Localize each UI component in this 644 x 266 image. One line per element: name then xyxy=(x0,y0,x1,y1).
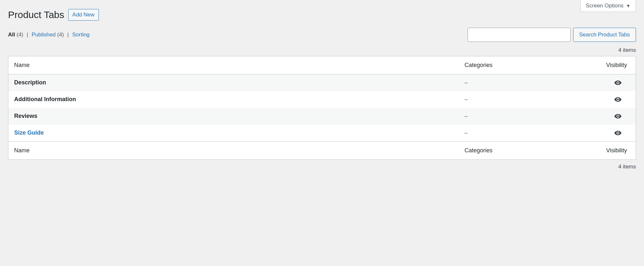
items-count-top: 4 items xyxy=(618,47,636,53)
eye-icon xyxy=(614,79,622,87)
col-header-categories[interactable]: Categories xyxy=(459,56,601,74)
row-title[interactable]: Description xyxy=(14,79,46,86)
row-title[interactable]: Additional Information xyxy=(14,96,76,102)
tablenav-top: 4 items xyxy=(8,47,636,53)
row-categories: – xyxy=(465,113,468,119)
row-visibility[interactable] xyxy=(601,125,636,142)
col-footer-categories: Categories xyxy=(459,141,601,159)
table-row: Description– xyxy=(8,74,636,91)
row-title[interactable]: Size Guide xyxy=(14,129,44,136)
screen-options-toggle[interactable]: Screen Options ▼ xyxy=(580,0,636,12)
tablenav-bottom: 4 items xyxy=(8,164,636,170)
search-button[interactable]: Search Product Tabs xyxy=(573,28,636,42)
table-row: Additional Information– xyxy=(8,91,636,108)
chevron-down-icon: ▼ xyxy=(626,3,630,8)
items-count-bottom: 4 items xyxy=(618,164,636,170)
status-filters: All (4) | Published (4) | Sorting xyxy=(8,32,90,38)
col-footer-name: Name xyxy=(8,141,459,159)
page-title: Product Tabs xyxy=(8,9,64,20)
row-title[interactable]: Reviews xyxy=(14,113,37,119)
product-tabs-table: Name Categories Visibility Description–A… xyxy=(8,56,636,160)
row-categories: – xyxy=(465,79,468,86)
filter-all[interactable]: All (4) xyxy=(8,32,25,38)
filter-published[interactable]: Published (4) xyxy=(32,32,65,38)
col-header-visibility[interactable]: Visibility xyxy=(601,56,636,74)
eye-icon xyxy=(614,129,622,137)
eye-icon xyxy=(614,112,622,120)
screen-options-label: Screen Options xyxy=(586,3,623,9)
row-categories: – xyxy=(465,129,468,136)
search-input[interactable] xyxy=(468,28,571,42)
col-header-name[interactable]: Name xyxy=(8,56,459,74)
eye-icon xyxy=(614,96,622,103)
add-new-button[interactable]: Add New xyxy=(68,9,99,21)
col-footer-visibility: Visibility xyxy=(601,141,636,159)
row-categories: – xyxy=(465,96,468,102)
table-row: Reviews– xyxy=(8,108,636,125)
row-visibility[interactable] xyxy=(601,91,636,108)
filter-sorting[interactable]: Sorting xyxy=(72,32,90,38)
row-visibility[interactable] xyxy=(601,74,636,91)
table-row: Size Guide– xyxy=(8,125,636,142)
row-visibility[interactable] xyxy=(601,108,636,125)
